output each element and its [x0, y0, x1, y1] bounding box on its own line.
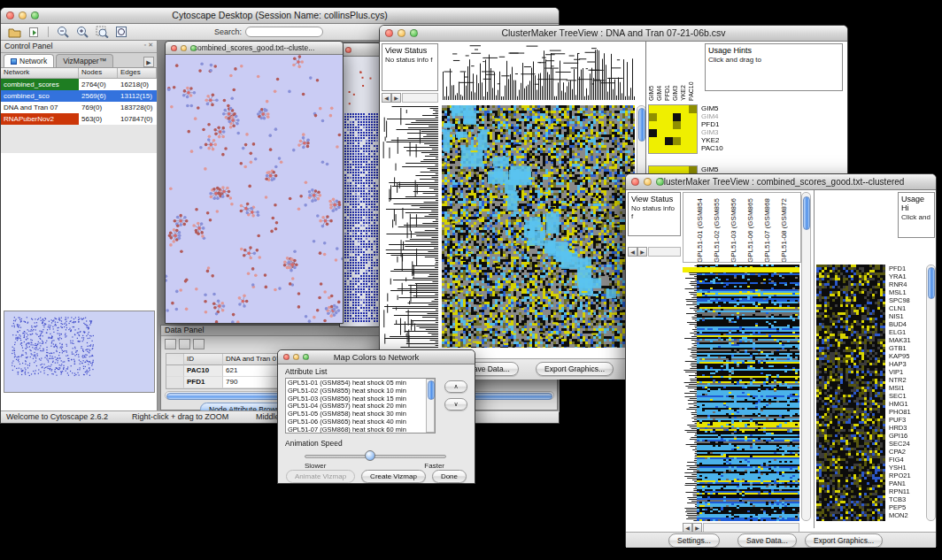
- open-session-icon[interactable]: [6, 26, 22, 39]
- network-row-combined-scores[interactable]: combined_scores2764(0)16218(0): [1, 79, 157, 90]
- gene-label-tcb3[interactable]: TCB3: [889, 495, 924, 503]
- gene-label-puf3[interactable]: PUF3: [889, 416, 924, 424]
- scroll-thumb[interactable]: [928, 267, 935, 299]
- move-up-button[interactable]: ∧: [444, 380, 467, 393]
- attribute-item[interactable]: GPL51-07 (GSM868) heat shock 60 min: [286, 426, 426, 433]
- maximize-icon[interactable]: [303, 354, 309, 360]
- cytoscape-titlebar[interactable]: Cytoscape Desktop (Session Name: collins…: [1, 8, 559, 24]
- gene-label-rpo21[interactable]: RPO21: [889, 472, 924, 479]
- matrix-row-label[interactable]: PFD1: [701, 120, 723, 128]
- matrix-column-label[interactable]: GIM5: [648, 67, 656, 101]
- zoom-in-icon[interactable]: [74, 26, 90, 39]
- gene-label-vip1[interactable]: VIP1: [889, 368, 924, 376]
- header-network[interactable]: Network: [1, 68, 79, 78]
- network-view-window[interactable]: combined_scores_good.txt--cluste...: [165, 41, 344, 324]
- array-column-label[interactable]: GPL51-07 (GSM868: [763, 194, 780, 263]
- hscroll-track[interactable]: [402, 93, 438, 103]
- expression-heatmap[interactable]: [442, 105, 635, 348]
- gene-label-pep5[interactable]: PEP5: [889, 503, 924, 511]
- gene-label-rnr4[interactable]: RNR4: [889, 280, 924, 288]
- network-row-dna-and-tran-07[interactable]: DNA and Tran 07769(0)183728(0): [1, 102, 157, 113]
- matrix-column-label[interactable]: PFD1: [664, 67, 672, 101]
- zoom-selected-icon[interactable]: [94, 26, 110, 39]
- network-row-combined-sco[interactable]: combined_sco2569(6)13112(15): [1, 90, 157, 102]
- matrix-column-label[interactable]: YKE2: [680, 67, 688, 101]
- heatmap-vscrollbar[interactable]: [801, 192, 811, 521]
- export-graphics-button[interactable]: Export Graphics...: [536, 362, 614, 376]
- gene-label-msl1[interactable]: MSL1: [889, 288, 924, 296]
- gene-label-nis1[interactable]: NIS1: [889, 312, 924, 320]
- scroll-right-button[interactable]: ▶: [637, 247, 647, 257]
- close-icon[interactable]: [171, 45, 177, 51]
- gene-label-hap3[interactable]: HAP3: [889, 360, 924, 368]
- matrix-row-label[interactable]: GIM5: [701, 104, 723, 112]
- network-view-titlebar[interactable]: combined_scores_good.txt--cluste...: [166, 42, 343, 55]
- export-graphics-button[interactable]: Export Graphics...: [805, 533, 883, 548]
- window-controls[interactable]: [631, 178, 664, 186]
- expression-heatmap[interactable]: [697, 265, 799, 521]
- speed-slider-thumb[interactable]: [365, 450, 375, 461]
- gene-label-bud4[interactable]: BUD4: [889, 320, 924, 328]
- row-dendrogram[interactable]: [683, 265, 697, 521]
- tab-vizmapper[interactable]: VizMapper™: [56, 54, 113, 67]
- gene-label-gpi16[interactable]: GPI16: [889, 432, 924, 440]
- gene-label-pan1[interactable]: PAN1: [889, 479, 924, 487]
- column-dendrogram[interactable]: [442, 45, 635, 100]
- speed-slider-track[interactable]: [305, 455, 446, 458]
- close-icon[interactable]: [283, 354, 290, 360]
- settings-button[interactable]: Settings...: [668, 533, 720, 548]
- attribute-matrix-icon[interactable]: [193, 339, 205, 349]
- matrix-row-label[interactable]: GIM3: [701, 128, 723, 136]
- move-down-button[interactable]: ∨: [444, 398, 467, 410]
- treeview-dna-titlebar[interactable]: ClusterMaker TreeView : DNA and Tran 07-…: [380, 26, 847, 42]
- matrix-row-label[interactable]: GIM4: [701, 112, 723, 120]
- gene-label-fig4[interactable]: FIG4: [889, 456, 924, 464]
- close-icon[interactable]: [631, 178, 639, 186]
- maximize-icon[interactable]: [190, 45, 197, 51]
- header-edges[interactable]: Edges: [118, 68, 157, 78]
- network-canvas[interactable]: [166, 55, 343, 323]
- tab-overflow-button[interactable]: ▶: [143, 57, 154, 67]
- matrix-row-label[interactable]: YKE2: [701, 136, 723, 144]
- minimize-icon[interactable]: [181, 45, 187, 51]
- matrix-row-label[interactable]: PAC10: [701, 144, 723, 152]
- scroll-right-button[interactable]: ▶: [391, 93, 401, 103]
- matrix-column-label[interactable]: GIM3: [672, 67, 680, 101]
- maximize-icon[interactable]: [656, 178, 664, 186]
- minimize-icon[interactable]: [398, 29, 405, 37]
- gene-label-rpn11[interactable]: RPN11: [889, 487, 924, 495]
- gene-label-mak31[interactable]: MAK31: [889, 336, 924, 344]
- scroll-left-button[interactable]: ◀: [382, 93, 391, 103]
- maximize-icon[interactable]: [31, 12, 39, 19]
- minimize-icon[interactable]: [19, 12, 27, 19]
- close-icon[interactable]: [345, 47, 351, 53]
- scroll-left-button[interactable]: ◀: [628, 247, 637, 257]
- window-controls[interactable]: [385, 29, 418, 37]
- attribute-listbox[interactable]: GPL51-01 (GSM854) heat shock 05 minGPL51…: [285, 378, 436, 433]
- gene-label-ysh1[interactable]: YSH1: [889, 464, 924, 472]
- gene-label-pfd1[interactable]: PFD1: [889, 265, 924, 272]
- create-vizmap-button[interactable]: Create Vizmap: [361, 470, 426, 483]
- gene-label-yra1[interactable]: YRA1: [889, 272, 924, 280]
- attribute-select-icon[interactable]: [165, 339, 176, 349]
- window-controls[interactable]: [171, 45, 197, 51]
- panel-float-icon[interactable]: ▫ ✕: [144, 42, 153, 51]
- close-icon[interactable]: [6, 12, 14, 19]
- array-column-label[interactable]: GPL51-06 (GSM865: [746, 194, 763, 263]
- background-network-titlebar[interactable]: [340, 43, 381, 57]
- gene-label-sec24[interactable]: SEC24: [889, 440, 924, 448]
- zoom-out-icon[interactable]: [55, 26, 71, 39]
- animate-vizmap-button[interactable]: Animate Vizmap: [286, 470, 355, 483]
- network-row-rnapubernov2[interactable]: RNAPuberNov2563(0)107847(0): [1, 113, 157, 125]
- matrix-column-label[interactable]: PAC10: [688, 67, 696, 101]
- tab-network[interactable]: Network: [4, 54, 54, 67]
- minimize-icon[interactable]: [293, 354, 299, 360]
- gene-label-kap95[interactable]: KAP95: [889, 352, 924, 360]
- scroll-thumb[interactable]: [638, 108, 645, 142]
- gene-label-ntr2[interactable]: NTR2: [889, 376, 924, 384]
- map-colors-dialog[interactable]: Map Colors to Network Attribute List GPL…: [277, 349, 475, 484]
- array-column-label[interactable]: GPL51-03 (GSM856: [730, 194, 746, 263]
- row-dendrogram[interactable]: [382, 105, 438, 348]
- window-controls[interactable]: [283, 354, 309, 360]
- gene-label-hrd3[interactable]: HRD3: [889, 424, 924, 432]
